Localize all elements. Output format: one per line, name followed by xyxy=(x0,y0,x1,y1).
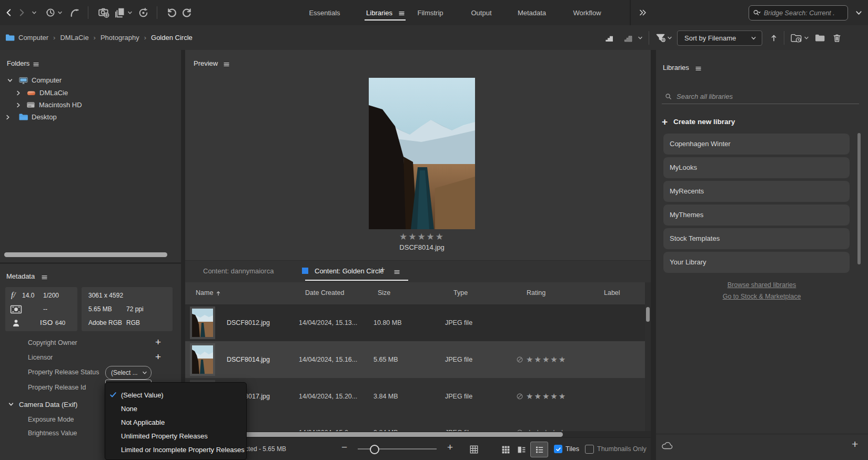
tab-output[interactable]: Output xyxy=(471,9,491,17)
tiles-checkbox[interactable] xyxy=(554,445,562,453)
no-rating-icon[interactable] xyxy=(516,355,524,364)
folders-panel-menu-icon[interactable] xyxy=(32,60,40,68)
thumbnail-quality-hq-button[interactable] xyxy=(622,32,634,44)
return-to-app-button[interactable] xyxy=(68,6,81,19)
table-row[interactable]: 14/04/2024, 15.2... 3.84 MB JPEG file ★★… xyxy=(185,415,651,431)
recent-folders-button[interactable] xyxy=(789,32,803,44)
content-vertical-scrollbar-track[interactable] xyxy=(645,282,651,431)
content-vertical-scrollbar-thumb[interactable] xyxy=(646,307,650,322)
content-tab-menu-icon[interactable] xyxy=(392,268,401,276)
tree-item-computer[interactable]: Computer xyxy=(0,74,181,86)
panel-gap[interactable] xyxy=(651,50,656,460)
table-row-selected[interactable]: DSCF8014.jpg 14/04/2024, 15.16... 5.65 M… xyxy=(185,341,651,379)
library-item[interactable]: Stock Templates xyxy=(663,228,850,249)
libraries-scrollbar[interactable] xyxy=(857,133,861,264)
metadata-panel-menu-icon[interactable] xyxy=(40,273,48,281)
detail-view-button[interactable] xyxy=(516,444,527,455)
rotate-right-button[interactable] xyxy=(180,6,194,19)
create-new-library-button[interactable]: + Create new library xyxy=(662,116,735,127)
search-input[interactable] xyxy=(764,9,847,17)
property-release-status-select[interactable]: (Select ... xyxy=(105,366,152,380)
menu-item-unlimited[interactable]: Unlimited Property Releases xyxy=(105,429,246,443)
add-value-button[interactable]: + xyxy=(155,351,161,363)
thumbnails-only-label[interactable]: Thumbnails Only xyxy=(597,445,647,453)
cloud-sync-button[interactable] xyxy=(661,440,674,451)
collapsed-chevron-icon[interactable] xyxy=(15,89,22,97)
get-photos-button[interactable] xyxy=(97,6,110,19)
libraries-search-input[interactable] xyxy=(674,93,859,100)
list-view-button-active[interactable] xyxy=(530,442,548,457)
file-thumbnail[interactable] xyxy=(192,345,213,374)
column-header-date[interactable]: Date Created xyxy=(305,289,344,297)
thumbnail-view-button[interactable] xyxy=(500,444,511,455)
library-item[interactable]: MyRecents xyxy=(663,181,850,202)
copy-files-dropdown-button[interactable] xyxy=(126,8,134,17)
quality-dropdown-button[interactable] xyxy=(637,34,644,42)
tree-item-macintosh-hd[interactable]: Macintosh HD xyxy=(0,99,181,111)
tree-item-desktop[interactable]: Desktop xyxy=(0,111,181,123)
sort-dropdown[interactable]: Sort by Filename xyxy=(677,30,762,46)
column-header-label[interactable]: Label xyxy=(604,289,620,297)
library-item[interactable]: MyLooks xyxy=(663,157,850,178)
sort-direction-icon[interactable] xyxy=(215,289,222,298)
libraries-search[interactable] xyxy=(662,89,859,104)
history-button[interactable] xyxy=(44,6,57,19)
more-workspaces-button[interactable] xyxy=(637,7,649,18)
column-header-rating[interactable]: Rating xyxy=(527,289,546,297)
zoom-in-button[interactable]: + xyxy=(447,442,453,453)
breadcrumb-item[interactable]: Photography xyxy=(100,34,139,42)
file-thumbnail[interactable] xyxy=(192,309,213,337)
table-row[interactable]: DSCF8012.jpg 14/04/2024, 15.13... 10.80 … xyxy=(185,304,651,342)
filter-button[interactable] xyxy=(654,32,667,44)
filter-dropdown-button[interactable] xyxy=(666,34,673,42)
panel-divider[interactable] xyxy=(0,262,181,264)
expand-chevron-icon[interactable] xyxy=(6,77,14,84)
history-dropdown-button[interactable] xyxy=(56,8,64,17)
tab-workflow[interactable]: Workflow xyxy=(573,9,601,17)
breadcrumb-item[interactable]: Computer xyxy=(18,34,48,42)
cell-rating-stars[interactable]: ★★★★★ xyxy=(526,392,567,401)
menu-item-not-applicable[interactable]: Not Applicable xyxy=(105,415,246,429)
preview-image[interactable] xyxy=(369,78,475,229)
column-header-name[interactable]: Name xyxy=(196,289,213,297)
content-tab-inactive[interactable]: Content: dannymaiorca xyxy=(203,267,274,275)
library-item[interactable]: Copenhagen Winter xyxy=(663,134,850,155)
copy-files-button[interactable] xyxy=(113,6,127,19)
preview-panel-menu-icon[interactable] xyxy=(222,60,230,68)
add-value-button[interactable]: + xyxy=(155,336,161,348)
library-item[interactable]: MyThemes xyxy=(663,205,850,226)
no-rating-icon[interactable] xyxy=(516,428,524,431)
library-item[interactable]: Your Library xyxy=(663,252,850,273)
column-header-size[interactable]: Size xyxy=(378,289,390,297)
breadcrumb-item-current[interactable]: Golden Circle xyxy=(151,34,193,42)
cell-rating-stars[interactable]: ★★★★★ xyxy=(526,428,567,431)
recent-folders-dropdown-button[interactable] xyxy=(803,34,810,42)
nav-dropdown-button[interactable] xyxy=(29,8,39,17)
thumbnails-only-checkbox[interactable] xyxy=(585,445,594,454)
tab-essentials[interactable]: Essentials xyxy=(309,9,340,17)
no-rating-icon[interactable] xyxy=(516,392,524,401)
menu-item-limited[interactable]: Limited or Incomplete Property Releases xyxy=(105,443,246,456)
breadcrumb-item[interactable]: DMLaCie xyxy=(60,34,88,42)
tab-filmstrip[interactable]: Filmstrip xyxy=(417,9,443,17)
search-options-button[interactable] xyxy=(853,8,864,17)
back-button[interactable] xyxy=(3,6,15,19)
sort-ascending-button[interactable] xyxy=(768,32,780,44)
tab-libraries[interactable]: Libraries xyxy=(366,9,392,17)
browse-shared-libraries-link[interactable]: Browse shared libraries xyxy=(728,281,796,289)
libraries-panel-menu-icon[interactable] xyxy=(694,64,702,73)
collapsed-chevron-icon[interactable] xyxy=(4,114,12,121)
add-library-button[interactable]: + xyxy=(852,438,858,451)
stock-marketplace-link[interactable]: Go to Stock & Marketplace xyxy=(723,293,801,300)
folders-scrollbar[interactable] xyxy=(4,252,167,257)
column-header-type[interactable]: Type xyxy=(453,289,468,297)
forward-button[interactable] xyxy=(16,6,27,19)
content-tab-active[interactable]: Content: Golden Circle xyxy=(315,267,384,275)
tab-metadata[interactable]: Metadata xyxy=(518,9,546,17)
bridge-search-box[interactable] xyxy=(749,5,848,21)
zoom-slider-handle[interactable] xyxy=(370,445,379,454)
delete-button[interactable] xyxy=(831,32,843,44)
grid-view-button[interactable] xyxy=(468,444,480,455)
zoom-out-button[interactable]: − xyxy=(341,442,347,453)
menu-item-select-value[interactable]: (Select Value) xyxy=(105,388,246,402)
